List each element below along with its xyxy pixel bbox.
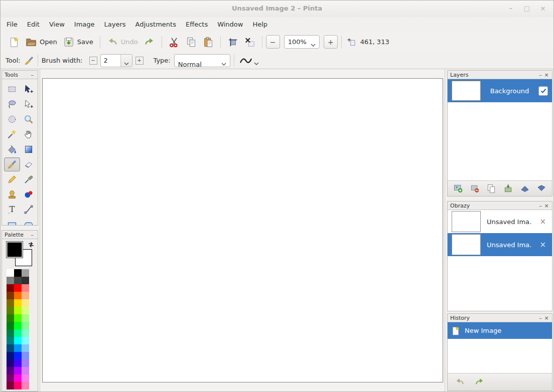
- palette-swatch[interactable]: [22, 367, 29, 374]
- palette-swatch[interactable]: [22, 322, 29, 329]
- open-button[interactable]: Open: [23, 35, 60, 49]
- history-panel-minimize-button[interactable]: –: [537, 315, 543, 321]
- image-close-icon[interactable]: ×: [537, 217, 548, 226]
- palette-swatch[interactable]: [14, 269, 22, 277]
- palette-swatch[interactable]: [7, 382, 14, 389]
- palette-swatch[interactable]: [7, 299, 14, 307]
- zoom-in-button[interactable]: +: [324, 35, 338, 49]
- zoom-out-button[interactable]: −: [266, 35, 280, 49]
- palette-swatch[interactable]: [22, 299, 29, 307]
- history-redo-button[interactable]: [475, 377, 485, 387]
- palette-swatch[interactable]: [7, 337, 14, 344]
- tool-text[interactable]: T: [4, 203, 20, 217]
- layers-panel-minimize-button[interactable]: –: [537, 72, 543, 78]
- menu-image[interactable]: Image: [73, 20, 96, 29]
- palette-swatch[interactable]: [14, 359, 22, 367]
- merge-layer-down-button[interactable]: [503, 183, 513, 193]
- tool-eraser[interactable]: [21, 157, 37, 171]
- tool-recolor[interactable]: [21, 187, 37, 202]
- palette-swatch[interactable]: [14, 329, 22, 337]
- paste-button[interactable]: [200, 35, 217, 49]
- palette-panel-minimize-button[interactable]: –: [29, 232, 35, 238]
- palette-swatch[interactable]: [7, 359, 14, 367]
- brush-width-increase-button[interactable]: +: [135, 57, 144, 65]
- palette-swatch[interactable]: [7, 284, 14, 292]
- menu-help[interactable]: Help: [251, 20, 268, 29]
- palette-swatch[interactable]: [22, 284, 29, 292]
- layers-panel-close-button[interactable]: ×: [543, 72, 549, 78]
- palette-swatch[interactable]: [14, 367, 22, 374]
- cut-button[interactable]: [166, 35, 183, 49]
- tool-pan[interactable]: [21, 127, 37, 141]
- blend-type-combo[interactable]: Normal: [174, 54, 230, 67]
- brush-width-decrease-button[interactable]: −: [89, 57, 97, 65]
- tool-rounded-rectangle[interactable]: [21, 218, 37, 226]
- palette-swatch[interactable]: [14, 292, 22, 299]
- palette-swatch[interactable]: [14, 352, 22, 359]
- palette-swatch[interactable]: [22, 269, 29, 277]
- palette-swatch[interactable]: [7, 307, 14, 314]
- tool-rectangle[interactable]: [4, 218, 20, 226]
- swap-colors-icon[interactable]: [28, 241, 35, 248]
- palette-swatch[interactable]: [22, 359, 29, 367]
- add-layer-button[interactable]: [453, 183, 463, 193]
- close-button[interactable]: ×: [538, 4, 547, 13]
- stroke-style-icon[interactable]: [239, 57, 252, 64]
- primary-color-swatch[interactable]: [6, 241, 23, 258]
- palette-swatch[interactable]: [14, 277, 22, 284]
- tool-rectangle-select[interactable]: [4, 82, 20, 96]
- tool-move-selection[interactable]: [21, 82, 37, 96]
- palette-swatch[interactable]: [14, 344, 22, 352]
- tool-gradient[interactable]: [21, 142, 37, 156]
- palette-swatch[interactable]: [7, 277, 14, 284]
- save-button[interactable]: Save: [60, 35, 96, 49]
- menu-edit[interactable]: Edit: [26, 20, 41, 29]
- delete-layer-button[interactable]: [470, 183, 480, 193]
- tool-color-picker[interactable]: [21, 172, 37, 186]
- image-row[interactable]: Unsaved Ima...×: [448, 210, 552, 233]
- image-row[interactable]: Unsaved Ima...×: [448, 233, 552, 256]
- move-layer-up-button[interactable]: [520, 183, 530, 193]
- tool-clone-stamp[interactable]: [4, 187, 20, 202]
- menu-layers[interactable]: Layers: [103, 20, 127, 29]
- maximize-button[interactable]: □: [522, 4, 531, 13]
- palette-swatch[interactable]: [7, 344, 14, 352]
- crop-to-selection-button[interactable]: [224, 35, 241, 49]
- tool-zoom[interactable]: [21, 112, 37, 126]
- tool-ellipse-select[interactable]: [4, 112, 20, 126]
- palette-swatch[interactable]: [22, 374, 29, 382]
- palette-swatch[interactable]: [22, 292, 29, 299]
- title-bar[interactable]: Unsaved Image 2 – Pinta – □ ×: [1, 1, 553, 18]
- menu-file[interactable]: File: [6, 20, 19, 29]
- minimize-button[interactable]: –: [506, 4, 515, 13]
- images-panel-minimize-button[interactable]: –: [537, 203, 543, 209]
- palette-swatch[interactable]: [22, 307, 29, 314]
- move-layer-down-button[interactable]: [536, 183, 546, 193]
- palette-swatch[interactable]: [14, 307, 22, 314]
- palette-swatch[interactable]: [14, 299, 22, 307]
- palette-swatch[interactable]: [22, 277, 29, 284]
- history-undo-button[interactable]: [455, 377, 465, 387]
- palette-swatch[interactable]: [7, 322, 14, 329]
- tool-line-curve[interactable]: [21, 203, 37, 217]
- palette-swatch[interactable]: [14, 284, 22, 292]
- palette-swatch[interactable]: [14, 337, 22, 344]
- palette-swatch[interactable]: [22, 314, 29, 322]
- tool-move-selected[interactable]: [21, 97, 37, 111]
- layer-row[interactable]: Background: [448, 79, 552, 102]
- images-panel-close-button[interactable]: ×: [543, 203, 549, 209]
- tool-magic-wand[interactable]: [4, 127, 20, 141]
- undo-button[interactable]: Undo: [104, 35, 141, 49]
- palette-swatch[interactable]: [7, 367, 14, 374]
- palette-swatch[interactable]: [7, 352, 14, 359]
- palette-swatch[interactable]: [7, 314, 14, 322]
- chevron-down-icon[interactable]: [254, 59, 259, 62]
- menu-adjustments[interactable]: Adjustments: [134, 20, 177, 29]
- palette-swatch[interactable]: [22, 329, 29, 337]
- brush-width-dropdown[interactable]: [120, 55, 132, 67]
- redo-button[interactable]: [141, 35, 158, 49]
- menu-window[interactable]: Window: [216, 20, 244, 29]
- menu-view[interactable]: View: [48, 20, 66, 29]
- history-row[interactable]: New Image: [448, 322, 552, 339]
- history-panel-close-button[interactable]: ×: [543, 315, 549, 321]
